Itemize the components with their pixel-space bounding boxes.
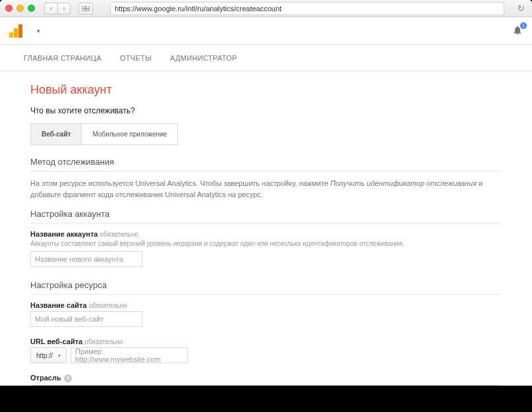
site-url-label: URL веб-сайтаобязательно (30, 338, 502, 345)
notifications-button[interactable]: 1 (512, 25, 523, 37)
content-area: Новый аккаунт Что вы хотите отслеживать?… (0, 71, 532, 386)
account-picker-caret-icon[interactable]: ▾ (37, 28, 40, 34)
resource-setup-heading: Настройка ресурса (30, 280, 502, 295)
help-icon[interactable]: ? (64, 374, 72, 382)
url-protocol-select[interactable]: http://▾ (30, 347, 67, 363)
minimize-window-button[interactable] (16, 5, 24, 12)
page-title: Новый аккаунт (30, 83, 502, 97)
industry-label: Отрасль? (30, 374, 502, 382)
industry-select[interactable]: Выберите один вариант▾ (30, 385, 502, 386)
svg-rect-1 (86, 6, 90, 8)
notification-badge: 1 (520, 22, 527, 29)
back-button[interactable]: ‹ (44, 3, 57, 15)
tab-website[interactable]: Веб-сайт (30, 123, 81, 145)
tracking-type-tabs: Веб-сайт Мобильное приложение (30, 123, 502, 145)
svg-rect-3 (86, 9, 90, 11)
nav-home[interactable]: ГЛАВНАЯ СТРАНИЦА (24, 54, 102, 62)
svg-rect-0 (82, 6, 85, 8)
account-name-label: Название аккаунтаобязательно (30, 230, 502, 238)
maximize-window-button[interactable] (28, 5, 35, 12)
site-url-input[interactable]: Пример: http://www.mywebsite.com (71, 347, 188, 363)
account-name-input[interactable]: Название нового аккаунта (30, 251, 142, 267)
close-window-button[interactable] (5, 5, 13, 12)
tabs-overview-button[interactable] (78, 3, 93, 15)
tracking-question: Что вы хотите отслеживать? (30, 106, 502, 115)
nav-reports[interactable]: ОТЧЕТЫ (120, 54, 152, 62)
tab-mobile-app[interactable]: Мобильное приложение (81, 123, 178, 145)
reload-button[interactable]: ↻ (515, 3, 527, 15)
forward-button[interactable]: › (57, 3, 71, 15)
account-setup-heading: Настройка аккаунта (30, 209, 502, 223)
nav-admin[interactable]: АДМИНИСТРАТОР (170, 54, 237, 62)
window-controls (5, 5, 35, 12)
chevron-down-icon: ▾ (58, 353, 61, 359)
svg-rect-2 (82, 9, 85, 11)
url-text: https://www.google.ru/intl/ru/analytics/… (115, 5, 281, 13)
app-header: ▾ 1 (0, 17, 532, 45)
browser-window: ‹ › https://www.google.ru/intl/ru/analyt… (0, 0, 532, 386)
url-bar[interactable]: https://www.google.ru/intl/ru/analytics/… (110, 2, 504, 15)
method-heading: Метод отслеживания (30, 157, 502, 171)
account-name-help: Аккаунты составляют самый верхний уровен… (30, 240, 502, 247)
analytics-logo-icon[interactable] (9, 24, 22, 38)
titlebar: ‹ › https://www.google.ru/intl/ru/analyt… (0, 0, 532, 17)
site-name-label: Название сайтаобязательно (30, 301, 502, 309)
method-description: На этом ресурсе используется Universal A… (30, 178, 502, 200)
nav-buttons: ‹ › (44, 3, 71, 15)
site-name-input[interactable]: Мой новый веб-сайт (30, 311, 142, 327)
main-nav: ГЛАВНАЯ СТРАНИЦА ОТЧЕТЫ АДМИНИСТРАТОР (0, 45, 532, 71)
